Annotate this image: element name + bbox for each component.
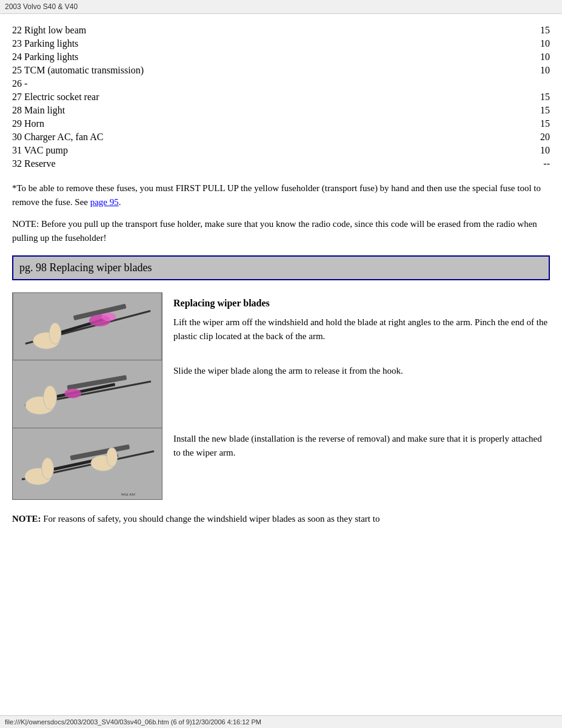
fuse-name: 25 TCM (automatic transmission) — [12, 64, 469, 77]
fuse-value: 15 — [469, 104, 550, 117]
bottom-note-bold: NOTE: — [12, 514, 41, 524]
svg-rect-15 — [13, 428, 162, 499]
wiper-text-1: Replacing wiper blades Lift the wiper ar… — [162, 292, 550, 346]
svg-point-5 — [49, 323, 61, 344]
fuse-row: 23 Parking lights10 — [12, 37, 550, 50]
wiper-text-2: Slide the wiper blade along the arm to r… — [162, 360, 550, 382]
fuse-row: 25 TCM (automatic transmission)10 — [12, 64, 550, 77]
wiper-description-1: Lift the wiper arm off the windshield an… — [173, 315, 550, 343]
fuse-value: 15 — [469, 24, 550, 37]
fuse-name: 22 Right low beam — [12, 24, 469, 37]
fuse-name: 29 Horn — [12, 117, 469, 130]
svg-point-7 — [102, 312, 116, 321]
fuse-name: 24 Parking lights — [12, 50, 469, 64]
notes-section: *To be able to remove these fuses, you m… — [12, 181, 550, 244]
svg-point-14 — [64, 389, 81, 399]
page95-link[interactable]: page 95 — [90, 197, 119, 207]
wiper-description-2: Slide the wiper blade along the arm to r… — [173, 364, 550, 378]
bottom-note: NOTE: For reasons of safety, you should … — [12, 512, 550, 526]
fuse-value: 15 — [469, 117, 550, 130]
bottom-note-text: For reasons of safety, you should change… — [41, 514, 380, 524]
fuse-value: 10 — [469, 50, 550, 64]
fuse-name: 28 Main light — [12, 104, 469, 117]
fuse-value: 10 — [469, 37, 550, 50]
wiper-text-3: Install the new blade (installation is t… — [162, 428, 550, 463]
wiper-item-3: Wid AW Install the new blade (installati… — [12, 428, 550, 500]
section-header: pg. 98 Replacing wiper blades — [12, 255, 550, 280]
fuse-name: 30 Charger AC, fan AC — [12, 130, 469, 144]
fuse-name: 27 Electric socket rear — [12, 90, 469, 104]
fuse-value: 15 — [469, 90, 550, 104]
browser-title: 2003 Volvo S40 & V40 — [0, 0, 562, 14]
wiper-image-3: Wid AW — [12, 428, 162, 500]
fuse-row: 30 Charger AC, fan AC20 — [12, 130, 550, 144]
fuse-note: *To be able to remove these fuses, you m… — [12, 181, 550, 209]
fuse-name: 32 Reserve — [12, 157, 469, 170]
fuse-value: 10 — [469, 144, 550, 157]
svg-rect-0 — [13, 293, 161, 360]
fuse-row: 26 - — [12, 77, 550, 90]
svg-text:Wid AW: Wid AW — [121, 492, 136, 497]
fuse-value: 10 — [469, 64, 550, 77]
svg-point-13 — [44, 386, 57, 410]
svg-point-20 — [42, 458, 54, 480]
main-content: 22 Right low beam1523 Parking lights1024… — [0, 14, 562, 526]
fuse-row: 31 VAC pump10 — [12, 144, 550, 157]
fuse-row: 22 Right low beam15 — [12, 24, 550, 37]
fuse-row: 29 Horn15 — [12, 117, 550, 130]
fuse-name: 31 VAC pump — [12, 144, 469, 157]
wiper-image-2 — [12, 360, 162, 428]
wiper-section-title: Replacing wiper blades — [173, 296, 550, 311]
wiper-item-1: Replacing wiper blades Lift the wiper ar… — [12, 292, 550, 360]
fuse-row: 24 Parking lights10 — [12, 50, 550, 64]
fuse-row: 27 Electric socket rear15 — [12, 90, 550, 104]
radio-note: NOTE: Before you pull up the transport f… — [12, 217, 550, 244]
fuse-name: 26 - — [12, 77, 469, 90]
svg-point-22 — [107, 448, 118, 467]
wiper-description-3: Install the new blade (installation is t… — [173, 432, 550, 459]
fuse-row: 32 Reserve-- — [12, 157, 550, 170]
fuse-table: 22 Right low beam1523 Parking lights1024… — [12, 24, 550, 170]
fuse-value: -- — [469, 157, 550, 170]
wiper-image-1 — [12, 292, 162, 360]
fuse-name: 23 Parking lights — [12, 37, 469, 50]
status-bar: file:///K|/ownersdocs/2003/2003_SV40/03s… — [0, 715, 562, 728]
fuse-value: 20 — [469, 130, 550, 144]
fuse-value — [469, 77, 550, 90]
wiper-item-2: Slide the wiper blade along the arm to r… — [12, 360, 550, 428]
fuse-row: 28 Main light15 — [12, 104, 550, 117]
wiper-section: Replacing wiper blades Lift the wiper ar… — [12, 292, 550, 500]
